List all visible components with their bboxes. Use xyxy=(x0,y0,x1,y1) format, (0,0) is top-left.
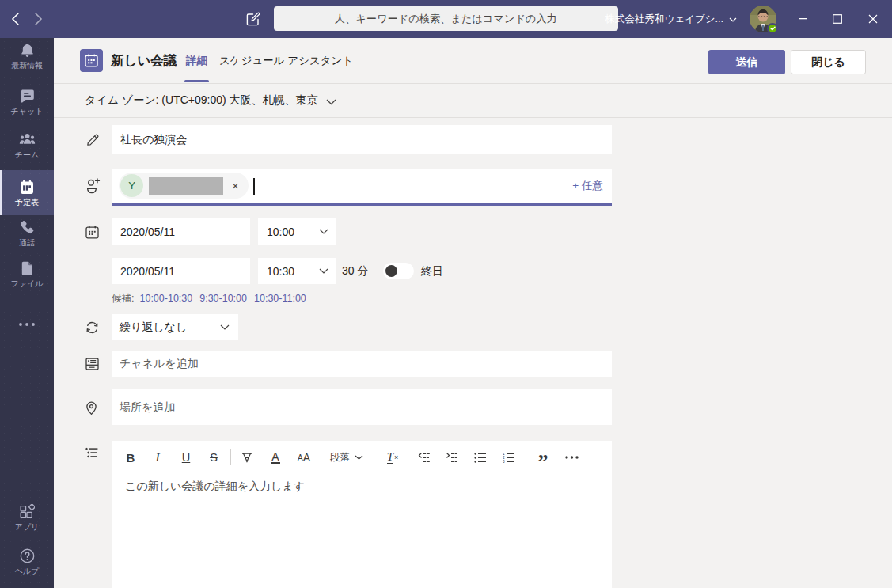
duration-label: 30 分 xyxy=(342,258,368,284)
sidebar-item-label: チーム xyxy=(15,150,39,159)
search-placeholder: 人、キーワードの検索、またはコマンドの入力 xyxy=(335,12,557,26)
sidebar-item-files[interactable]: ファイル xyxy=(0,261,54,288)
file-icon xyxy=(21,261,33,276)
attendee-chip[interactable]: Y × xyxy=(119,173,249,199)
attendees-input[interactable]: Y × + 任意 xyxy=(112,169,612,206)
chevron-down-icon xyxy=(729,17,737,22)
agenda-list-icon xyxy=(85,447,98,458)
optional-attendees-link[interactable]: + 任意 xyxy=(572,169,603,203)
all-day-toggle[interactable] xyxy=(383,263,414,279)
user-avatar[interactable] xyxy=(750,6,776,32)
start-time-select[interactable]: 10:00 xyxy=(258,218,336,245)
back-icon[interactable] xyxy=(10,12,21,26)
close-button[interactable]: 閉じる xyxy=(791,50,866,74)
window-close-button[interactable] xyxy=(856,0,890,38)
presence-available-icon xyxy=(767,23,778,34)
search-input[interactable]: 人、キーワードの検索、またはコマンドの入力 xyxy=(274,6,618,31)
clear-format-button[interactable]: T× xyxy=(381,447,404,468)
location-input[interactable]: 場所を追加 xyxy=(112,389,612,425)
toolbar-divider xyxy=(408,449,408,465)
suggestion-link[interactable]: 10:30-11:00 xyxy=(254,293,306,304)
outdent-icon xyxy=(418,453,431,463)
strikethrough-button[interactable]: S xyxy=(203,447,225,468)
phone-icon xyxy=(20,220,35,235)
timezone-bar[interactable]: タイム ゾーン: (UTC+09:00) 大阪、札幌、東京 xyxy=(54,84,892,118)
meeting-header: 新しい会議 詳細 スケジュール アシスタント 送信 閉じる xyxy=(54,38,892,84)
location-placeholder: 場所を追加 xyxy=(120,400,175,415)
repeat-icon xyxy=(85,321,99,334)
suggestion-link[interactable]: 9:30-10:00 xyxy=(199,293,247,304)
indent-button[interactable] xyxy=(441,447,463,468)
suggestions-prefix: 候補: xyxy=(112,292,134,305)
attendee-avatar: Y xyxy=(120,174,143,197)
bold-button[interactable]: B xyxy=(120,447,142,468)
timezone-label: タイム ゾーン: (UTC+09:00) 大阪、札幌、東京 xyxy=(85,93,318,108)
sidebar-item-apps[interactable]: アプリ xyxy=(0,504,54,531)
recurrence-select[interactable]: 繰り返しなし xyxy=(112,314,238,340)
sidebar-item-label: 予定表 xyxy=(15,198,39,207)
channel-input[interactable]: チャネルを追加 xyxy=(112,351,612,377)
meeting-title-input[interactable]: 社長の独演会 xyxy=(112,125,612,154)
org-switcher[interactable]: 株式会社秀和ウェイブシ... xyxy=(605,0,737,38)
toolbar-divider xyxy=(230,449,231,465)
chevron-down-icon xyxy=(326,99,336,105)
send-button[interactable]: 送信 xyxy=(708,50,785,74)
sidebar-item-label: ファイル xyxy=(11,279,44,288)
font-size-button[interactable]: AA xyxy=(293,447,315,468)
sidebar-item-activity[interactable]: 最新情報 xyxy=(0,43,54,70)
paragraph-dropdown[interactable]: 段落 xyxy=(330,447,363,468)
chevron-down-icon xyxy=(319,229,328,234)
all-day-label: 終日 xyxy=(421,258,443,284)
new-chat-icon[interactable] xyxy=(245,11,261,27)
tab-scheduling-assistant[interactable]: スケジュール アシスタント xyxy=(219,38,353,83)
maximize-button[interactable] xyxy=(820,0,855,38)
pencil-icon xyxy=(85,133,100,147)
forward-icon[interactable] xyxy=(32,12,44,26)
suggestion-link[interactable]: 10:00-10:30 xyxy=(139,293,192,304)
bell-icon xyxy=(21,43,34,58)
sidebar-item-help[interactable]: ヘルプ xyxy=(0,548,54,575)
remove-attendee-icon[interactable]: × xyxy=(232,180,239,192)
start-date-input[interactable]: 2020/05/11 xyxy=(112,218,250,245)
quote-button[interactable]: ” xyxy=(532,447,554,468)
outdent-button[interactable] xyxy=(413,447,435,468)
attendee-name-redacted xyxy=(149,177,223,195)
toolbar-more-button[interactable] xyxy=(560,447,583,468)
font-color-button[interactable]: A xyxy=(264,447,287,468)
ellipsis-icon xyxy=(565,456,579,459)
text-caret xyxy=(253,178,255,195)
numbered-list-icon: 1 2 3 xyxy=(503,453,515,463)
indent-icon xyxy=(446,453,459,463)
italic-button[interactable]: I xyxy=(146,447,169,468)
sidebar-item-label: ヘルプ xyxy=(15,567,40,575)
sidebar-item-label: アプリ xyxy=(15,522,40,531)
sidebar-item-calls[interactable]: 通話 xyxy=(0,220,54,247)
sidebar-item-more[interactable] xyxy=(0,317,54,332)
calendar-rail-icon xyxy=(20,180,34,195)
minimize-button[interactable] xyxy=(785,0,820,38)
teams-app-window: 人、キーワードの検索、またはコマンドの入力 株式会社秀和ウェイブシ... xyxy=(0,0,892,588)
chevron-down-icon xyxy=(220,324,230,330)
underline-button[interactable]: U xyxy=(175,447,197,468)
meeting-title-value: 社長の独演会 xyxy=(120,133,187,147)
time-suggestions: 候補: 10:00-10:30 9:30-10:00 10:30-11:00 xyxy=(112,292,313,305)
end-date-input[interactable]: 2020/05/11 xyxy=(112,258,250,284)
end-time-select[interactable]: 10:30 xyxy=(258,258,336,284)
sidebar-item-teams[interactable]: チーム xyxy=(0,132,54,159)
app-rail: 最新情報 チャット xyxy=(0,38,54,588)
sidebar-item-label: 最新情報 xyxy=(11,61,43,70)
bullet-list-button[interactable] xyxy=(469,447,492,468)
highlight-button[interactable] xyxy=(236,447,258,468)
sidebar-item-calendar[interactable]: 予定表 xyxy=(0,170,54,215)
sidebar-item-label: 通話 xyxy=(19,238,35,247)
sidebar-item-chat[interactable]: チャット xyxy=(0,89,54,116)
recurrence-value: 繰り返しなし xyxy=(120,321,187,335)
tab-details[interactable]: 詳細 xyxy=(186,38,207,83)
location-pin-icon xyxy=(85,401,97,415)
chevron-down-icon xyxy=(319,268,328,274)
channel-placeholder: チャネルを追加 xyxy=(120,357,199,371)
description-editor[interactable]: B I U S A AA 段落 T× xyxy=(112,441,612,588)
start-time-value: 10:00 xyxy=(267,226,294,238)
numbered-list-button[interactable]: 1 2 3 xyxy=(498,447,520,468)
toggle-knob xyxy=(385,265,397,277)
